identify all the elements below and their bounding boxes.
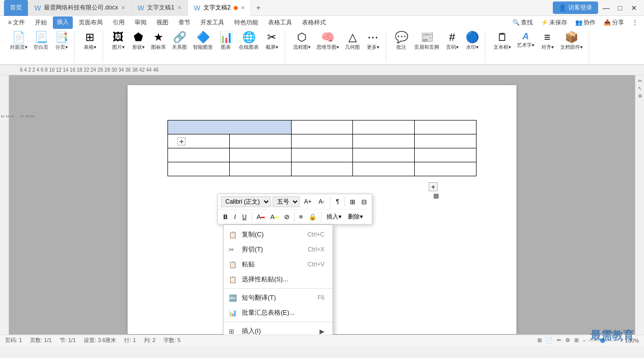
btn-pagenum[interactable]: # 页码▾ (443, 31, 461, 52)
font-size-select[interactable]: 五号 (273, 196, 300, 207)
maximize-button[interactable]: □ (614, 2, 626, 14)
btn-comment[interactable]: 💬 批注 (392, 31, 410, 52)
table-cell[interactable] (291, 148, 353, 162)
right-panel-btn-pen[interactable]: ✏ (638, 78, 642, 84)
bg-color-btn[interactable]: ⊘ (282, 212, 292, 222)
menu-table-tools[interactable]: 表格工具 (264, 17, 296, 28)
table-cell[interactable] (229, 162, 291, 176)
btn-more[interactable]: ⋯ 更多▾ (364, 31, 382, 52)
table-cell[interactable] (168, 120, 292, 134)
menu-insert[interactable]: 插入 (53, 16, 73, 29)
status-icon-grid[interactable]: ⊞ (574, 337, 579, 344)
right-panel-btn-cursor[interactable]: ↖ (638, 86, 642, 91)
table-add-row-btn[interactable]: + (429, 182, 438, 191)
menu-chapter[interactable]: 章节 (174, 17, 194, 28)
tab-doc3[interactable]: W 文字文稿2 ✕ (188, 0, 251, 16)
menu-table-style[interactable]: 表格样式 (298, 17, 330, 28)
italic-btn[interactable]: I (232, 213, 238, 222)
btn-image[interactable]: 🖼 图片▾ (109, 31, 127, 52)
cm-insert[interactable]: ⊞ 插入(I) ▶ (224, 324, 332, 335)
cm-cut[interactable]: ✂ 剪切(T) Ctrl+X (224, 242, 332, 257)
table-cell[interactable] (353, 134, 415, 148)
login-button[interactable]: 👤 访客登录 (553, 1, 598, 14)
close-button[interactable]: ✕ (628, 2, 640, 14)
tab-doc2[interactable]: W 文字文稿1 ✕ (132, 0, 188, 16)
delete-dropdown-btn[interactable]: 删除▾ (345, 212, 365, 222)
underline-btn[interactable]: U (240, 213, 249, 222)
cm-paste-special[interactable]: 📋 选择性粘贴(S)... (224, 272, 332, 287)
tab-doc1-close[interactable]: ✕ (121, 5, 125, 10)
menu-devtools[interactable]: 开发工具 (196, 17, 228, 28)
font-increase-btn[interactable]: A+ (302, 197, 314, 206)
btn-shape[interactable]: ⬟ 形状▾ (129, 31, 147, 52)
btn-docparts[interactable]: 📦 文档部件▾ (558, 31, 585, 52)
table-cell[interactable] (168, 148, 230, 162)
table-cell[interactable] (353, 120, 415, 134)
btn-smartshape[interactable]: 🔷 智能图形 (191, 31, 215, 52)
btn-artword[interactable]: A 艺术字▾ (515, 31, 536, 50)
btn-iconlibrary[interactable]: ★ 图标库 (149, 31, 168, 52)
cm-copy[interactable]: 📋 复制(C) Ctrl+C (224, 227, 332, 242)
status-icon-layout2[interactable]: 📄 (546, 337, 553, 344)
table-cell[interactable] (291, 120, 353, 134)
table-insert-btn[interactable]: ⊞ (348, 197, 357, 207)
search-tool[interactable]: 🔍查找 (510, 17, 535, 28)
tab-doc1[interactable]: W 最需网络科技有限公司.docx ✕ (28, 0, 132, 16)
share-tool[interactable]: 📤分享 (602, 17, 626, 28)
unsaved-tool[interactable]: ⚡未保存 (539, 17, 569, 28)
btn-geometry[interactable]: △ 几何图 (343, 31, 362, 52)
btn-header-footer[interactable]: 📰 页眉和页脚 (412, 31, 441, 52)
table-cell[interactable] (168, 162, 230, 176)
bold-btn[interactable]: B (221, 213, 230, 222)
table-cell[interactable] (353, 162, 415, 176)
menu-references[interactable]: 引用 (109, 17, 129, 28)
cm-translate[interactable]: 🔤 短句翻译(T) F6 (224, 290, 332, 305)
btn-flowchart[interactable]: ⬡ 流程图▾ (291, 31, 313, 52)
highlight-btn[interactable]: A▬ (268, 212, 281, 222)
insert-dropdown-btn[interactable]: 插入▾ (324, 212, 344, 222)
status-icon-pen[interactable]: ✏ (557, 337, 561, 344)
table-delete-btn[interactable]: ⊟ (359, 197, 369, 207)
menu-review[interactable]: 审阅 (131, 17, 151, 28)
table-cell[interactable] (353, 148, 415, 162)
font-family-select[interactable]: Calibri (正文) (221, 196, 271, 207)
table-cell[interactable] (415, 120, 477, 134)
table-resize-handle[interactable] (434, 194, 439, 199)
btn-watermark[interactable]: 🔵 水印▾ (463, 31, 481, 52)
btn-table[interactable]: ⊞ 表格▾ (81, 31, 99, 52)
btn-align[interactable]: ≡ 对齐▾ (538, 31, 556, 52)
btn-textbox[interactable]: 🗒 文本框▾ (491, 31, 513, 52)
btn-onlinechart[interactable]: 🌐 在线图表 (237, 31, 261, 52)
minimize-button[interactable]: — (600, 2, 612, 14)
menu-special[interactable]: 特色功能 (230, 17, 262, 28)
new-tab-btn[interactable]: + (251, 0, 266, 16)
tab-home[interactable]: 首页 (4, 0, 28, 16)
btn-relations[interactable]: 🔗 关系图 (170, 31, 189, 52)
btn-blankpage[interactable]: 📃 空白页 (31, 31, 50, 52)
font-color-btn[interactable]: A▬ (255, 212, 267, 222)
menu-file[interactable]: ≡ 文件 (4, 17, 29, 28)
menu-pagelayout[interactable]: 页面布局 (75, 17, 107, 28)
cm-batch[interactable]: 📊 批量汇总表格(E)... (224, 305, 332, 320)
menu-home[interactable]: 开始 (31, 17, 51, 28)
table-cell[interactable] (291, 162, 353, 176)
right-panel-btn-options[interactable]: ⊕ (638, 93, 642, 99)
btn-chart[interactable]: 📊 图表 (217, 31, 235, 52)
btn-screenshot[interactable]: ✂ 截屏▾ (263, 31, 281, 52)
table-move-handle[interactable]: ✛ (177, 137, 185, 145)
font-decrease-btn[interactable]: A- (316, 197, 327, 206)
tab-doc2-close[interactable]: ✕ (177, 5, 181, 10)
table-cell[interactable] (229, 134, 291, 148)
tab-doc3-close[interactable]: ✕ (241, 5, 245, 10)
btn-mindmap[interactable]: 🧠 思维导图▾ (315, 31, 341, 52)
cm-paste[interactable]: 📋 粘贴 Ctrl+V (224, 257, 332, 272)
zoom-out-btn[interactable]: − (583, 338, 586, 344)
btn-pagebreak[interactable]: 📑 分页▾ (52, 31, 70, 52)
status-icon-settings[interactable]: ⚙ (565, 337, 570, 344)
table-cell[interactable] (229, 148, 291, 162)
status-icon-layout[interactable]: ⊞ (537, 337, 542, 344)
table-cell[interactable] (415, 148, 477, 162)
align-btn[interactable]: ≡ (297, 212, 305, 222)
more-tool[interactable]: ⋮ (630, 18, 640, 27)
menu-view[interactable]: 视图 (153, 17, 172, 28)
